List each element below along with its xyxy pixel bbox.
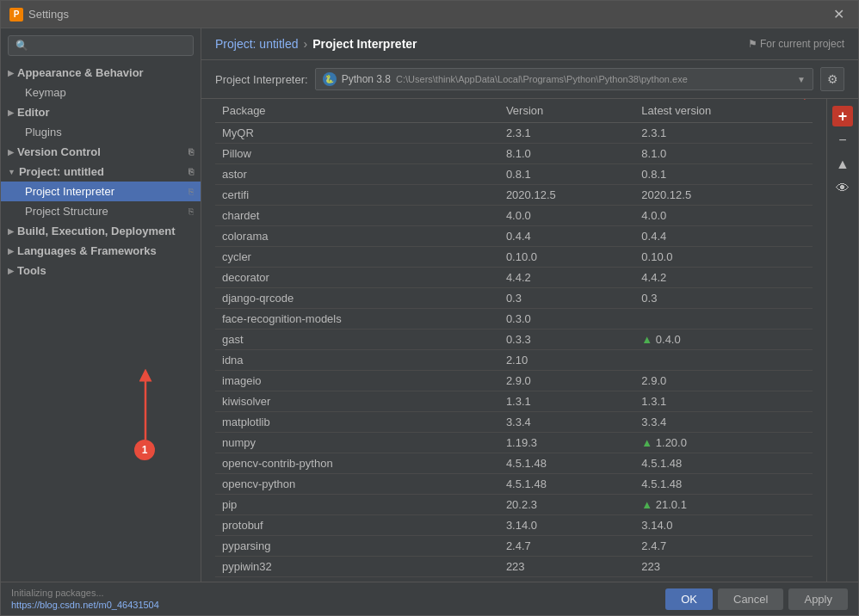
structure-icon: ⎘: [188, 206, 194, 216]
interpreter-icon: ⎘: [188, 187, 194, 196]
table-row[interactable]: opencv-python4.5.1.484.5.1.48: [215, 474, 813, 495]
package-name: django-qrcode: [215, 288, 499, 309]
gear-button[interactable]: ⚙: [820, 67, 844, 91]
package-version: 4.5.1.48: [499, 453, 634, 474]
package-latest: 4.5.1.48: [634, 453, 813, 474]
package-name: cycler: [215, 247, 499, 268]
show-paths-button[interactable]: 👁: [832, 178, 853, 199]
sidebar-item-plugins[interactable]: Plugins: [1, 122, 201, 142]
package-name: face-recognition-models: [215, 309, 499, 330]
sidebar-item-languages[interactable]: ▶ Languages & Frameworks: [1, 241, 201, 261]
table-row[interactable]: MyQR2.3.12.3.1: [215, 123, 813, 144]
sidebar-item-project-structure[interactable]: Project Structure ⎘: [1, 201, 201, 221]
package-name: kiwisolver: [215, 391, 499, 412]
table-row[interactable]: gast0.3.3▲ 0.4.0: [215, 330, 813, 350]
package-version: 20.2.3: [499, 495, 634, 515]
python-icon: 🐍: [323, 72, 337, 86]
table-row[interactable]: numpy1.19.3▲ 1.20.0: [215, 433, 813, 453]
sidebar-item-label: Project Interpreter: [25, 185, 114, 198]
package-version: 0.3.0: [499, 309, 634, 330]
sidebar-item-build[interactable]: ▶ Build, Execution, Deployment: [1, 221, 201, 241]
table-row[interactable]: django-qrcode0.30.3: [215, 288, 813, 309]
sidebar-item-editor[interactable]: ▶ Editor: [1, 102, 201, 122]
expand-icon: ▶: [8, 148, 14, 157]
package-name: protobuf: [215, 515, 499, 536]
table-row[interactable]: idna2.10: [215, 350, 813, 371]
table-row[interactable]: face-recognition-models0.3.0: [215, 309, 813, 330]
table-row[interactable]: kiwisolver1.3.11.3.1: [215, 391, 813, 412]
ok-button[interactable]: OK: [665, 588, 713, 610]
package-latest: ▲ 21.0.1: [634, 495, 813, 515]
package-latest: 223: [634, 557, 813, 577]
package-version: 2.3.1: [499, 123, 634, 144]
sidebar-item-appearance[interactable]: ▶ Appearance & Behavior: [1, 63, 201, 83]
table-row[interactable]: pip20.2.3▲ 21.0.1: [215, 495, 813, 515]
sidebar-item-keymap[interactable]: Keymap: [1, 83, 201, 102]
table-row[interactable]: pyparsing2.4.72.4.7: [215, 536, 813, 557]
interpreter-dropdown[interactable]: 🐍 Python 3.8 C:\Users\think\AppData\Loca…: [315, 68, 813, 90]
status-text: Initializing packages...: [11, 588, 159, 598]
sidebar-item-tools[interactable]: ▶ Tools: [1, 261, 201, 280]
annotation-1: 1: [134, 440, 155, 460]
package-name: colorama: [215, 226, 499, 247]
search-box[interactable]: 🔍: [8, 35, 194, 56]
side-actions: + − ▲ 👁 2: [826, 99, 858, 582]
table-row[interactable]: pypiwin32223223: [215, 557, 813, 577]
package-version: 0.3.3: [499, 330, 634, 350]
table-row[interactable]: astor0.8.10.8.1: [215, 164, 813, 185]
package-version: 3.14.0: [499, 515, 634, 536]
package-latest: 2.9.0: [634, 371, 813, 391]
close-button[interactable]: ✕: [828, 4, 850, 24]
expand-icon: ▶: [8, 247, 14, 256]
dialog-body: 🔍 ▶ Appearance & Behavior Keymap ▶ Edito…: [1, 28, 858, 582]
sidebar-item-project-interpreter[interactable]: Project Interpreter ⎘: [1, 182, 201, 201]
table-row[interactable]: Pillow8.1.08.1.0: [215, 144, 813, 164]
sidebar-item-label: Editor: [17, 106, 50, 119]
package-version: 2.9.0: [499, 371, 634, 391]
breadcrumb-current: Project Interpreter: [312, 37, 417, 51]
table-row[interactable]: colorama0.4.40.4.4: [215, 226, 813, 247]
cancel-button[interactable]: Cancel: [718, 588, 783, 610]
table-row[interactable]: protobuf3.14.03.14.0: [215, 515, 813, 536]
tag-text: ⚑ For current project: [748, 38, 844, 50]
package-version: 3.3.4: [499, 412, 634, 433]
package-latest: [634, 309, 813, 330]
table-row[interactable]: matplotlib3.3.43.3.4: [215, 412, 813, 433]
sidebar-item-label: Project Structure: [25, 205, 108, 218]
apply-button[interactable]: Apply: [788, 588, 848, 610]
package-name: matplotlib: [215, 412, 499, 433]
table-row[interactable]: opencv-contrib-python4.5.1.484.5.1.48: [215, 453, 813, 474]
package-latest: 2020.12.5: [634, 185, 813, 206]
package-version: 0.10.0: [499, 247, 634, 268]
package-latest: 4.4.2: [634, 268, 813, 288]
project-icon: ⎘: [188, 167, 194, 176]
package-name: imageio: [215, 371, 499, 391]
package-name: certifi: [215, 185, 499, 206]
table-row[interactable]: cycler0.10.00.10.0: [215, 247, 813, 268]
package-version: 4.4.2: [499, 268, 634, 288]
table-section: Package Version Latest version MyQR2.3.1…: [201, 99, 858, 582]
sidebar-item-version-control[interactable]: ▶ Version Control ⎘: [1, 142, 201, 162]
search-input[interactable]: [32, 40, 186, 52]
package-latest: 2.8.1: [634, 577, 813, 582]
package-latest: 0.4.4: [634, 226, 813, 247]
interpreter-label: Project Interpreter:: [215, 73, 308, 86]
url-display: https://blog.csdn.net/m0_46431504: [11, 600, 159, 610]
sidebar-item-project[interactable]: ▼ Project: untitled ⎘: [1, 162, 201, 182]
table-row[interactable]: chardet4.0.04.0.0: [215, 206, 813, 226]
title-bar: P Settings ✕: [1, 1, 858, 28]
table-row[interactable]: python-dateutil2.8.12.8.1: [215, 577, 813, 582]
table-row[interactable]: certifi2020.12.52020.12.5: [215, 185, 813, 206]
upgrade-package-button[interactable]: ▲: [832, 154, 853, 175]
table-row[interactable]: decorator4.4.24.4.2: [215, 268, 813, 288]
package-version: 0.3: [499, 288, 634, 309]
app-icon: P: [9, 8, 23, 22]
table-row[interactable]: imageio2.9.02.9.0: [215, 371, 813, 391]
breadcrumb-parent[interactable]: Project: untitled: [215, 37, 299, 51]
add-package-button[interactable]: +: [832, 106, 853, 126]
expand-icon: ▶: [8, 227, 14, 236]
remove-package-button[interactable]: −: [832, 130, 853, 151]
package-version: 2020.12.5: [499, 185, 634, 206]
package-name: gast: [215, 330, 499, 350]
package-version: 2.10: [499, 350, 634, 371]
